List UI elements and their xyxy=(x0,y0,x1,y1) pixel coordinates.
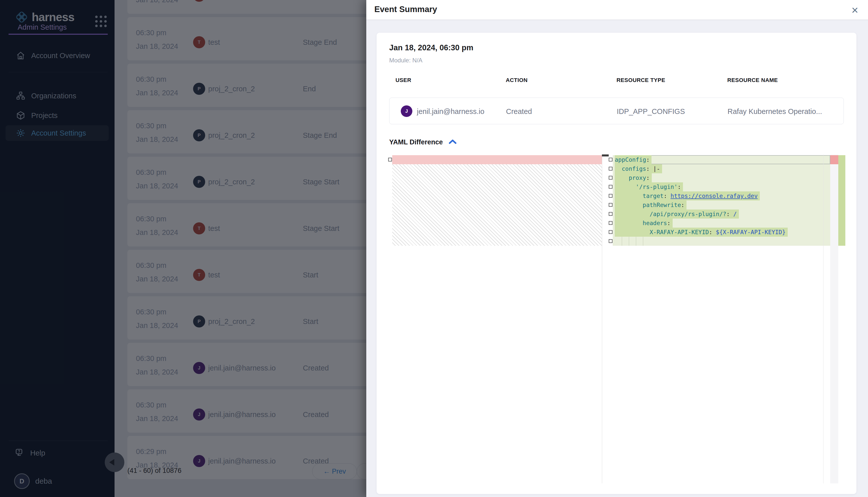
yaml-code-line: configs: |- xyxy=(615,164,830,173)
event-summary-card: Jan 18, 2024, 06:30 pm Module: N/A USER … xyxy=(376,33,856,494)
yaml-code-line: X-RAFAY-API-KEYID: ${X-RAFAY-API-KEYID} xyxy=(615,228,830,237)
diff-glyph-square xyxy=(609,167,612,171)
diff-empty-hatch-region xyxy=(392,164,602,246)
diff-glyph-square xyxy=(609,176,612,180)
diff-scrollbar-track[interactable] xyxy=(830,155,838,483)
column-header-user: USER xyxy=(396,77,411,84)
overview-removed-marker xyxy=(830,155,838,164)
drawer-title: Event Summary xyxy=(374,4,437,14)
diff-sash-handle[interactable] xyxy=(602,154,609,156)
diff-glyph-square xyxy=(609,239,612,243)
diff-removed-line xyxy=(392,155,602,164)
yaml-difference-label: YAML Difference xyxy=(389,138,443,146)
column-header-resource-type: RESOURCE TYPE xyxy=(617,77,665,84)
drawer-header: Event Summary × xyxy=(366,0,868,20)
yaml-code: appConfig: configs: |- proxy: '/rs-plugi… xyxy=(613,155,830,246)
event-module: Module: N/A xyxy=(389,57,423,64)
yaml-diff-editor[interactable]: appConfig: configs: |- proxy: '/rs-plugi… xyxy=(388,155,845,483)
overview-added-marker xyxy=(838,155,845,246)
cell-user: jenil.jain@harness.io xyxy=(417,108,484,116)
cell-action: Created xyxy=(506,108,532,116)
yaml-code-line xyxy=(615,237,830,246)
chevron-up-icon xyxy=(449,139,457,146)
yaml-code-line: target: https://console.rafay.dev xyxy=(615,191,830,200)
diff-glyph-square xyxy=(609,221,612,225)
column-header-resource-name: RESOURCE NAME xyxy=(727,77,778,84)
close-icon[interactable]: × xyxy=(848,2,863,18)
yaml-code-line: /api/proxy/rs-plugin/?: / xyxy=(615,210,830,218)
column-header-action: ACTION xyxy=(506,77,528,84)
diff-glyph-square xyxy=(609,203,612,207)
diff-glyph-square xyxy=(609,212,612,216)
diff-glyph-square xyxy=(388,158,392,161)
yaml-difference-toggle[interactable]: YAML Difference xyxy=(389,138,457,146)
diff-sash[interactable] xyxy=(602,155,602,483)
yaml-code-line: '/rs-plugin': xyxy=(615,182,830,191)
yaml-code-line: proxy: xyxy=(615,173,830,182)
yaml-code-line: pathRewrite: xyxy=(615,200,830,210)
diff-glyph-square xyxy=(609,194,612,198)
event-datetime: Jan 18, 2024, 06:30 pm xyxy=(389,43,473,52)
event-table-row: J jenil.jain@harness.io Created IDP_APP_… xyxy=(389,98,844,124)
avatar: J xyxy=(401,105,412,117)
diff-glyph-square xyxy=(609,230,612,234)
yaml-code-line: headers: xyxy=(615,218,830,228)
event-summary-drawer: Event Summary × Jan 18, 2024, 06:30 pm M… xyxy=(366,0,868,497)
diff-glyph-square xyxy=(609,158,612,161)
cell-resource-name: Rafay Kubernetes Operatio... xyxy=(728,108,822,116)
diff-pane-edge xyxy=(823,155,824,483)
diff-glyph-square xyxy=(609,185,612,189)
cell-resource-type: IDP_APP_CONFIGS xyxy=(617,108,685,116)
yaml-code-line: appConfig: xyxy=(615,155,830,164)
